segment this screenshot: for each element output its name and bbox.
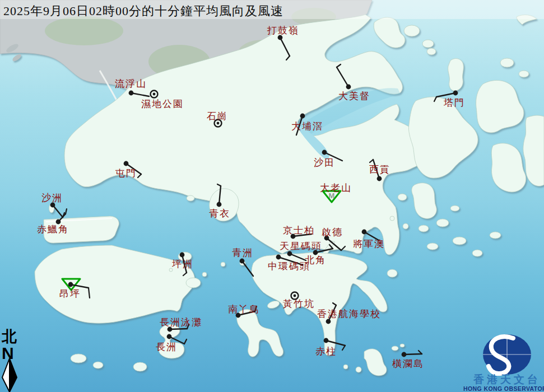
station-dot [362,230,367,235]
ma-wan [187,195,194,201]
station-dot [300,114,305,119]
station-label: 天星碼頭 [280,241,322,251]
wind-barb-shaft [404,354,422,354]
station-dot [287,251,292,256]
hko-logo-en-text: HONG KONG OBSERVATORY [463,385,544,392]
station-dot [346,85,351,90]
station-label: 青衣 [209,208,230,219]
soko-islands [71,354,86,363]
station-dot [402,352,407,357]
station-label: 流浮山 [115,78,147,89]
station-label: 長洲 [156,342,177,352]
shek-kwu-chau [133,362,147,371]
station-dot [167,334,172,339]
station-label: 黃竹坑 [283,298,315,309]
hong-kong-wind-map: 打鼓嶺流浮山濕地公園石崗大美督塔門大埔滘沙田西貢屯門沙洲赤鱲角青衣M大老山京士柏… [0,0,544,392]
station-label: 橫瀾島 [392,358,424,369]
station-dot [324,338,329,343]
station-dot [276,255,281,260]
station-label: 打鼓嶺 [267,25,299,36]
station-dot [217,202,222,207]
calm-wind-dot [217,122,220,125]
calm-wind-dot [153,93,156,96]
map-title: 2025年9月06日02時00分的十分鐘平均風向及風速 [3,3,283,20]
station-dot [240,259,245,264]
station-label: 濕地公園 [141,99,184,109]
hei-ling-chau [186,278,201,288]
tap-mun-island [448,59,464,91]
station-label: 塔門 [443,97,465,108]
station-label: 大老山 [320,183,352,193]
station-label: 沙洲 [41,193,63,203]
station-label: 西貢 [369,164,390,175]
station-label: 赤鱲角 [37,224,69,235]
wind-barb-shaft [170,329,187,329]
station-dot [180,253,185,258]
station-dot [68,282,73,287]
port-island [427,48,436,55]
station-label: 赤柱 [315,346,337,357]
hko-logo-cn-text: 香港天文台 [473,374,541,385]
tung-lung-chau [387,269,397,277]
station-label: 香港航海學校 [317,309,381,319]
station-label: 長洲泳灘 [160,317,202,328]
station-label: 大美督 [338,91,370,101]
station-label: 大埔滘 [291,121,323,132]
station-dot [326,319,331,324]
station-label: 青洲 [232,248,253,258]
station-label: 京士柏 [283,225,315,236]
station-label: 南丫島 [228,304,260,315]
station-dot [322,150,327,155]
station-label: 沙田 [314,157,335,168]
wind-map-page: 打鼓嶺流浮山濕地公園石崗大美督塔門大埔滘沙田西貢屯門沙洲赤鱲角青衣M大老山京士柏… [0,0,544,392]
station-label: 坪洲 [172,259,193,269]
station-label: 石崗 [207,111,228,122]
north-hanzi-label: 北 [1,328,17,345]
station-label: 將軍澳 [353,239,385,249]
station-dot [453,91,458,96]
north-letter-label: N [2,344,14,362]
station-label: 昂坪 [59,288,81,299]
station-dot [124,161,129,166]
station-dot [129,91,134,96]
calm-wind-dot [294,295,296,297]
station-label: 啟德 [322,227,343,237]
station-label: 屯門 [115,168,137,179]
station-label: 中環碼頭 [268,261,310,272]
station-dot [377,176,382,181]
